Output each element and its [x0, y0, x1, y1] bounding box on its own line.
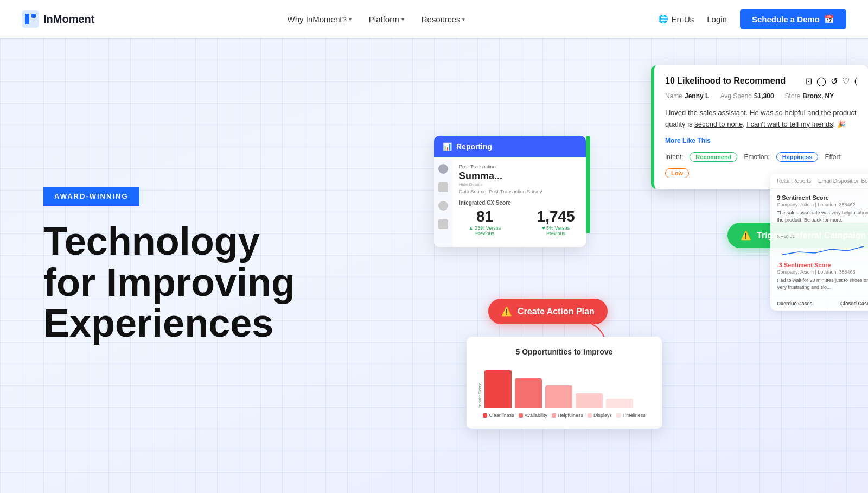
sentiment-score-positive: 9 Sentiment Score: [777, 194, 868, 201]
logo[interactable]: InMoment: [22, 10, 94, 28]
emotion-tag: Happiness: [776, 152, 819, 162]
language-selector[interactable]: 🌐 En-Us: [658, 14, 694, 24]
card-actions: ⊡ ◯ ↺ ♡ ⟨: [805, 76, 857, 86]
dashboard-mockup: 📊 Reporting Post-Transaction Summa... Hi…: [434, 65, 868, 456]
svg-rect-1: [25, 14, 29, 24]
comment-icon[interactable]: ◯: [816, 76, 826, 86]
opportunities-title: 5 Opportunities to Improve: [477, 347, 651, 356]
summary-title: Summa...: [459, 170, 579, 182]
bar-helpfulness: [545, 385, 572, 408]
cx-score-value: 81: [459, 208, 510, 225]
right-panel-item-1: 9 Sentiment Score Company: Axiom | Locat…: [770, 189, 868, 229]
nav-right: 🌐 En-Us Login Schedule a Demo 📅: [658, 9, 846, 29]
nav-links: Why InMoment? ▾ Platform ▾ Resources ▾: [288, 15, 465, 24]
heart-icon[interactable]: ♡: [842, 76, 850, 86]
reporting-header: 📊 Reporting: [434, 136, 586, 157]
bar-timeliness: [606, 399, 633, 408]
bar-availability: [515, 378, 542, 408]
company-location-1: Company: Axiom | Location: 358462: [777, 202, 868, 207]
chevron-down-icon: ▾: [462, 16, 465, 22]
review-text: I loved the sales assistant. He was so h…: [665, 108, 857, 130]
opportunities-card: 5 Opportunities to Improve Impact Score …: [467, 337, 662, 429]
likelihood-card: 10 Likelihood to Recommend ⊡ ◯ ↺ ♡ ⟨ Nam…: [651, 65, 868, 189]
resp-vs-previous: ♥ 5% Versus Previous: [532, 225, 579, 236]
chevron-down-icon: ▾: [349, 16, 352, 22]
more-like-this-link[interactable]: More Like This: [665, 137, 857, 144]
hero-title: Technology for Improving Experiences: [43, 221, 295, 344]
award-badge: AWARD-WINNING: [43, 187, 139, 206]
score-vs-previous: ▲ 23% Versus Previous: [459, 225, 510, 236]
effort-tag: Low: [665, 168, 689, 178]
overdue-cases-label: Overdue Cases: [777, 301, 813, 306]
right-panel-item-2: -3 Sentiment Score Company: Axiom | Loca…: [770, 256, 868, 296]
login-button[interactable]: Login: [707, 15, 727, 24]
score-label: Integrated CX Score: [459, 200, 579, 206]
navigation: InMoment Why InMoment? ▾ Platform ▾ Reso…: [0, 0, 868, 38]
nav-icon: [438, 201, 448, 211]
schedule-demo-button[interactable]: Schedule a Demo 📅: [740, 9, 846, 29]
nps-chart: NPS: 31: [770, 229, 868, 256]
nav-icon: [438, 182, 448, 192]
svg-rect-0: [22, 10, 39, 28]
cases-row: Overdue Cases Closed Cases: [770, 296, 868, 311]
closed-cases-label: Closed Cases: [840, 301, 868, 306]
copy-icon[interactable]: ⊡: [805, 76, 812, 86]
hide-details: Hide Details: [459, 182, 579, 187]
chart-legend: Cleanliness Availability Helpfulness Dis…: [477, 413, 651, 418]
post-trans-label: Post-Transaction: [459, 164, 579, 169]
company-location-2: Company: Axiom | Location: 358466: [777, 269, 868, 275]
right-panel-header: Retail Reports Email Disposition Bo...: [770, 174, 868, 189]
warning-icon: ⚠️: [741, 230, 751, 241]
chevron-down-icon: ▾: [401, 16, 404, 22]
reporting-panel: 📊 Reporting Post-Transaction Summa... Hi…: [434, 136, 586, 247]
bar-displays: [576, 393, 603, 408]
right-panel: Retail Reports Email Disposition Bo... 9…: [770, 174, 868, 311]
nav-icon: [438, 164, 448, 174]
review-snippet-2: Had to wait for 20 minutes just to shoes…: [777, 277, 868, 290]
review-snippet-1: The sales associate was very helpful abo…: [777, 210, 868, 223]
data-source: Data Source: Post-Transaction Survey: [459, 189, 579, 194]
globe-icon: 🌐: [658, 14, 668, 24]
hero-left: AWARD-WINNING Technology for Improving E…: [0, 143, 328, 388]
bar-cleanliness: [484, 370, 512, 408]
calendar-icon: 📅: [824, 14, 834, 24]
sentiment-score-negative: -3 Sentiment Score: [777, 262, 868, 268]
chart-icon: 📊: [443, 142, 452, 151]
nav-resources[interactable]: Resources ▾: [422, 15, 465, 24]
sidebar-icons: [434, 157, 452, 247]
card-meta: Name Jenny L Avg Spend $1,300 Store Bron…: [665, 92, 857, 100]
refresh-icon[interactable]: ↺: [831, 76, 838, 86]
nav-icon: [438, 219, 448, 229]
intent-tag: Recommend: [690, 152, 737, 162]
logo-icon: [22, 10, 39, 28]
warning-icon: ⚠️: [501, 306, 512, 317]
nav-why[interactable]: Why InMoment? ▾: [288, 15, 352, 24]
svg-rect-2: [31, 14, 36, 18]
resp-value: 1,745: [532, 208, 579, 225]
nav-platform[interactable]: Platform ▾: [369, 15, 404, 24]
hero-section: AWARD-WINNING Technology for Improving E…: [0, 38, 868, 493]
logo-text: InMoment: [43, 13, 94, 26]
y-axis-label: Impact Score: [477, 383, 482, 408]
green-accent-bar: [586, 136, 590, 233]
share-icon[interactable]: ⟨: [854, 76, 857, 86]
